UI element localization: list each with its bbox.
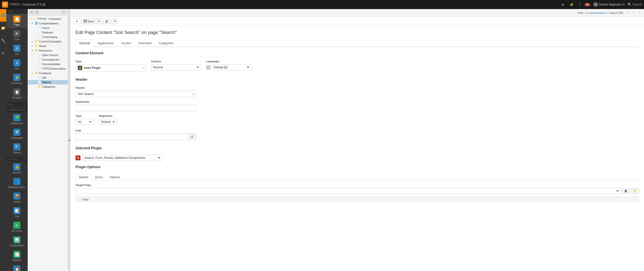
- language-select[interactable]: Default [0]: [211, 64, 252, 70]
- sidebar-item-backend-users[interactable]: 👥 Backend users: [6, 176, 27, 191]
- sidebar-item-configuration[interactable]: 📊 Configuration: [6, 234, 27, 249]
- flash-icon[interactable]: ⚡: [569, 2, 575, 8]
- sidebar-item-install[interactable]: 📦 Install: [6, 191, 27, 205]
- link-input[interactable]: [75, 133, 188, 140]
- tab-categories[interactable]: Categories: [155, 39, 177, 47]
- tree-expand-resources[interactable]: ▾: [32, 49, 35, 52]
- sidebar-item-db-check[interactable]: ✔ DB check: [6, 220, 27, 234]
- header-type-select[interactable]: H1 H2 H3 H4 H5 Hidden: [75, 119, 94, 125]
- sidebar-section-file[interactable]: 📁: [0, 22, 6, 34]
- tree-icon-btn[interactable]: ⊞: [35, 10, 39, 14]
- tree-item-categories[interactable]: 📁 Categories: [28, 84, 68, 89]
- tree-item-typo3-association[interactable]: 📄 TYPO3 Association: [28, 66, 68, 71]
- save-button[interactable]: 💾 Save: [81, 18, 96, 24]
- tree-item-documentation[interactable]: 📄 Documentation: [28, 62, 68, 66]
- expand-icon[interactable]: ⤢: [626, 11, 630, 15]
- sidebar-item-extensions[interactable]: 🧩 Extensions: [6, 112, 27, 127]
- header-clear-btn[interactable]: ✕: [190, 91, 196, 97]
- sidebar-item-info[interactable]: ℹ Info: [6, 57, 27, 72]
- plugin-tab-options[interactable]: Options: [106, 174, 123, 180]
- help-icon[interactable]: ?: [578, 2, 582, 8]
- tree-item-consultancies[interactable]: 📄 Consultancies: [28, 57, 68, 62]
- link-browse-btn[interactable]: 🔗: [188, 133, 196, 140]
- edit-toolbar: ✕ 💾 Save ▾ 🗑 ↺: [70, 17, 644, 26]
- tree-filter-btn[interactable]: ⊟: [29, 10, 34, 14]
- save-dropdown-button[interactable]: ▾: [96, 18, 102, 24]
- column-select[interactable]: Normal Left Right Border: [151, 64, 201, 70]
- tree-expand-about[interactable]: ▸: [32, 45, 35, 47]
- topbar-search[interactable]: 🔍 Search: [628, 3, 642, 6]
- tree-item-404[interactable]: 📄 404: [28, 75, 68, 80]
- tree-item-congratulations[interactable]: ▾ 🌐 Congratulations: [28, 21, 68, 26]
- system-toggle[interactable]: ▾: [24, 158, 25, 160]
- plugin-select[interactable]: Search: Form, Result, Additional Compone…: [82, 155, 163, 161]
- tree-item-customizing[interactable]: 📄 Customizing: [28, 35, 68, 39]
- tree-item-content-examples[interactable]: ▸ 📁 Content Examples: [28, 39, 68, 44]
- sidebar-section-web[interactable]: 🌐: [0, 9, 6, 22]
- sidebar-item-access[interactable]: 🔒 Access: [6, 161, 27, 176]
- target-page-browse-btn[interactable]: 📁: [631, 188, 639, 194]
- tree-expand-root[interactable]: ▾: [30, 18, 33, 20]
- topbar: BP TYPO3 - Composer [7.6.9] ★ ⚡ ? 64 DS …: [0, 0, 644, 9]
- tree-resources-icon: 📁: [35, 49, 38, 52]
- sidebar-item-log[interactable]: 📝 Log: [6, 205, 27, 220]
- web-toggle[interactable]: ▾: [24, 10, 25, 13]
- type-arrow-icon: ▾: [142, 67, 144, 69]
- sidebar-item-functions[interactable]: ⚡ Functions: [6, 72, 27, 86]
- nav-sidebar: WEB ▾ 📄 Page 👁 View ☰ List ℹ Info ⚡ Func…: [6, 9, 28, 271]
- tree-content-examples-icon: 📁: [35, 40, 38, 43]
- tab-access[interactable]: Access: [117, 39, 135, 47]
- access-label: Access: [13, 171, 21, 174]
- tab-general[interactable]: General: [75, 39, 94, 47]
- subheader-input[interactable]: [75, 105, 196, 111]
- tree-item-root[interactable]: ▾ ⬡ TYPO3 - Composer: [28, 17, 68, 21]
- type-button[interactable]: ⚡ Insert Plugin ▾: [75, 64, 146, 71]
- tree-item-home[interactable]: 📄 Home: [28, 26, 68, 30]
- user-menu[interactable]: DS Daniel Siepmann ▾: [593, 2, 625, 7]
- sidebar-item-list[interactable]: ☰ List: [6, 43, 27, 57]
- header-input[interactable]: [76, 91, 190, 97]
- sidebar-item-scheduler[interactable]: ⏰ Scheduler: [6, 263, 27, 271]
- help-page-icon[interactable]: ?: [637, 11, 641, 15]
- tree-expand-content-examples[interactable]: ▸: [32, 40, 35, 43]
- sidebar-item-page[interactable]: 📄 Page: [6, 14, 27, 28]
- star-icon[interactable]: ★: [560, 2, 566, 8]
- tree-item-about[interactable]: ▸ 📁 About: [28, 44, 68, 48]
- admin-toggle[interactable]: ▾: [24, 109, 25, 111]
- collapse-handle[interactable]: ◂: [68, 9, 70, 271]
- sidebar-item-reports[interactable]: 📈 Reports: [6, 249, 27, 263]
- breadcrumb-path[interactable]: /Congratulations/: [585, 11, 606, 14]
- plugin-tab-query[interactable]: Query: [92, 174, 106, 180]
- admin-label: ADMIN TOOLS: [8, 109, 24, 111]
- tree-item-open-source[interactable]: 📄 Open Source: [28, 53, 68, 57]
- reset-button[interactable]: ↺: [111, 18, 118, 24]
- scheduler-icon: ⏰: [13, 265, 20, 271]
- sidebar-item-languages[interactable]: 🌍 Languages: [6, 127, 27, 141]
- tree-content: ▾ ⬡ TYPO3 - Composer ▾ 🌐 Congratulations…: [28, 16, 68, 271]
- sidebar-item-view[interactable]: 👁 View: [6, 28, 27, 43]
- delete-button[interactable]: 🗑: [103, 19, 110, 24]
- sidebar-item-search[interactable]: 🔍 Search: [6, 141, 27, 156]
- tree-item-features[interactable]: 📄 Features: [28, 30, 68, 35]
- sidebar-item-template[interactable]: 📋 Template: [6, 86, 27, 101]
- file-toggle[interactable]: ▸: [24, 103, 25, 106]
- notification-badge[interactable]: 64: [585, 3, 590, 6]
- tree-expand-congratulations[interactable]: ▾: [32, 22, 35, 25]
- close-button[interactable]: ✕: [73, 18, 80, 24]
- tree-sidebar: ⊟ ⊞ ↻ ▾ ⬡ TYPO3 - Composer ▾ 🌐 Congratul…: [28, 9, 68, 271]
- target-page-delete-btn[interactable]: 🗑: [622, 188, 630, 194]
- star-page-icon[interactable]: ☆: [631, 11, 636, 15]
- alignment-select[interactable]: Default Left Center Right: [99, 119, 117, 125]
- tree-item-feedback[interactable]: ▸ 📁 Feedback: [28, 71, 68, 75]
- tree-item-resources[interactable]: ▾ 📁 Resources: [28, 48, 68, 53]
- sidebar-section-admin[interactable]: 🔧: [0, 34, 6, 47]
- tab-appearance[interactable]: Appearance: [94, 39, 118, 47]
- plugin-tab-search[interactable]: Search: [75, 174, 92, 180]
- target-page-group: Target Page 🗑 📁 📄 Page: [75, 184, 639, 202]
- tree-expand-feedback[interactable]: ▸: [32, 72, 35, 74]
- tree-refresh-btn[interactable]: ↻: [62, 10, 66, 14]
- sidebar-section-system[interactable]: ⚙: [0, 47, 6, 59]
- tree-item-search[interactable]: 📄 Search: [28, 80, 68, 84]
- tab-extended[interactable]: Extended: [135, 39, 155, 47]
- target-page-select[interactable]: [75, 188, 621, 194]
